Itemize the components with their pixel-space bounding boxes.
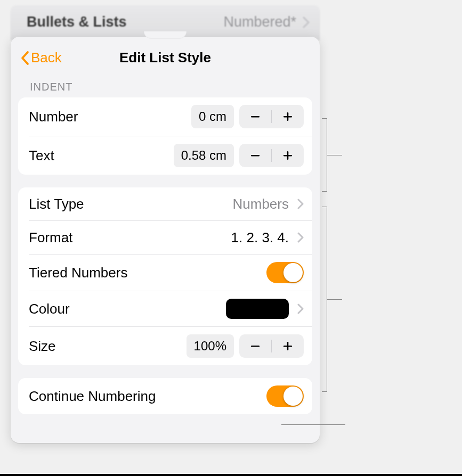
plus-icon bbox=[282, 111, 294, 122]
format-label: Format bbox=[29, 229, 72, 246]
minus-icon bbox=[249, 150, 261, 161]
list-type-value: Numbers bbox=[233, 196, 289, 212]
indent-number-row: Number 0 cm bbox=[18, 97, 312, 136]
format-row[interactable]: Format 1. 2. 3. 4. bbox=[18, 221, 312, 254]
indent-text-label: Text bbox=[29, 147, 54, 164]
header-title: Bullets & Lists bbox=[27, 14, 127, 30]
tiered-numbers-label: Tiered Numbers bbox=[29, 265, 127, 281]
panel-nav: Back Edit List Style bbox=[18, 46, 312, 78]
minus-icon bbox=[249, 111, 261, 122]
annotation-tick bbox=[281, 424, 345, 425]
indent-text-increase-button[interactable] bbox=[272, 144, 304, 167]
size-row: Size 100% bbox=[18, 327, 312, 365]
size-increase-button[interactable] bbox=[272, 334, 304, 358]
svg-rect-2 bbox=[287, 112, 289, 121]
minus-icon bbox=[249, 340, 261, 352]
colour-swatch bbox=[226, 299, 289, 319]
indent-section-label: INDENT bbox=[18, 78, 312, 97]
svg-rect-5 bbox=[287, 151, 289, 160]
chevron-right-icon bbox=[297, 199, 304, 209]
bottom-border bbox=[0, 474, 462, 476]
back-button[interactable]: Back bbox=[20, 50, 62, 66]
toggle-knob bbox=[283, 263, 303, 282]
svg-rect-6 bbox=[251, 346, 260, 347]
back-label: Back bbox=[31, 50, 62, 66]
panel-notch bbox=[144, 31, 187, 39]
panel-title: Edit List Style bbox=[119, 50, 211, 66]
indent-text-row: Text 0.58 cm bbox=[18, 136, 312, 175]
indent-text-stepper bbox=[239, 144, 304, 167]
indent-number-value: 0 cm bbox=[191, 105, 234, 128]
chevron-right-icon bbox=[297, 232, 304, 243]
header-list-style-value: Numbered* bbox=[223, 14, 296, 30]
list-type-label: List Type bbox=[29, 196, 84, 212]
annotation-bracket bbox=[322, 207, 327, 392]
tiered-numbers-row: Tiered Numbers bbox=[18, 255, 312, 291]
svg-rect-8 bbox=[287, 342, 289, 350]
list-type-row[interactable]: List Type Numbers bbox=[18, 187, 312, 220]
size-stepper bbox=[239, 334, 304, 358]
chevron-right-icon bbox=[297, 303, 304, 314]
toggle-knob bbox=[283, 387, 303, 406]
continue-numbering-label: Continue Numbering bbox=[29, 388, 156, 405]
plus-icon bbox=[282, 340, 294, 352]
continue-numbering-row: Continue Numbering bbox=[18, 378, 312, 414]
format-value: 1. 2. 3. 4. bbox=[231, 229, 289, 246]
tiered-numbers-toggle[interactable] bbox=[266, 262, 304, 283]
svg-rect-3 bbox=[251, 155, 260, 157]
indent-text-decrease-button[interactable] bbox=[239, 144, 271, 167]
indent-number-label: Number bbox=[29, 109, 78, 125]
options-card: List Type Numbers Format 1. 2. 3. 4. bbox=[18, 187, 312, 365]
indent-number-increase-button[interactable] bbox=[272, 105, 304, 128]
colour-label: Colour bbox=[29, 301, 70, 317]
annotation-tick bbox=[327, 155, 342, 155]
continue-numbering-toggle[interactable] bbox=[266, 385, 304, 407]
edit-list-style-panel: Back Edit List Style INDENT Number 0 cm bbox=[11, 37, 320, 443]
colour-row[interactable]: Colour bbox=[18, 291, 312, 326]
size-decrease-button[interactable] bbox=[239, 334, 271, 358]
indent-number-decrease-button[interactable] bbox=[239, 105, 271, 128]
chevron-right-icon bbox=[303, 17, 310, 28]
size-label: Size bbox=[29, 338, 56, 355]
indent-number-stepper bbox=[239, 105, 304, 128]
indent-text-value: 0.58 cm bbox=[174, 144, 234, 167]
annotation-tick bbox=[327, 299, 342, 300]
plus-icon bbox=[282, 150, 294, 161]
svg-rect-0 bbox=[251, 116, 260, 118]
size-value: 100% bbox=[187, 334, 234, 358]
chevron-left-icon bbox=[20, 51, 30, 65]
indent-card: Number 0 cm Text bbox=[18, 97, 312, 175]
annotation-bracket bbox=[322, 118, 327, 192]
continue-numbering-card: Continue Numbering bbox=[18, 378, 312, 414]
